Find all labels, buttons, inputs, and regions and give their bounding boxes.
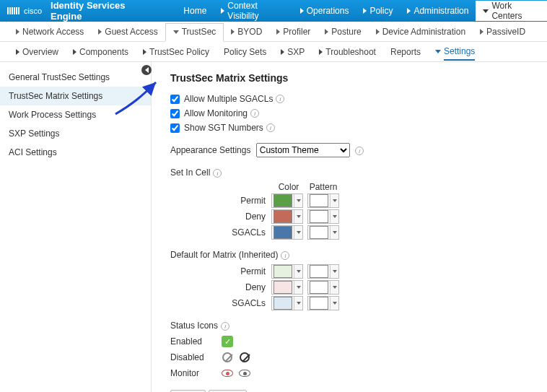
info-icon[interactable]: i [250, 109, 259, 118]
settings-sidebar: General TrustSec Settings TrustSec Matri… [0, 62, 152, 392]
app-title: Identity Services Engine [48, 0, 156, 22]
allow-monitoring-label: Allow Monitoring [184, 108, 248, 118]
deny-pattern-picker[interactable] [307, 209, 339, 224]
vendor-name: cisco [24, 6, 42, 15]
sidebar-item-matrix[interactable]: TrustSec Matrix Settings [0, 87, 151, 105]
tab-sxp[interactable]: SXP [274, 47, 312, 57]
status-icons-grid: Enabled ✓ Disabled Monitor [170, 335, 533, 380]
allow-multiple-sgacls-checkbox[interactable] [170, 95, 180, 104]
nav-context-visibility[interactable]: Context Visibility [214, 1, 292, 21]
content-area: General TrustSec Settings TrustSec Matri… [0, 62, 547, 392]
cisco-logo: cisco [0, 6, 48, 15]
tab-troubleshoot[interactable]: Troubleshoot [312, 47, 383, 57]
subnav-guest-access[interactable]: Guest Access [91, 22, 165, 41]
subnav-device-admin[interactable]: Device Administration [369, 22, 473, 41]
trustsec-subnav: Overview Components TrustSec Policy Poli… [0, 42, 547, 62]
eye-icon [221, 367, 234, 380]
default-permit-row: Permit [170, 264, 533, 279]
work-centers-subnav: Network Access Guest Access TrustSec BYO… [0, 22, 547, 42]
tab-reports[interactable]: Reports [383, 47, 428, 57]
default-permit-color-picker[interactable] [271, 264, 303, 279]
default-permit-pattern-picker[interactable] [307, 264, 339, 279]
sidebar-item-aci[interactable]: ACI Settings [0, 143, 151, 162]
nav-operations[interactable]: Operations [293, 1, 356, 21]
deny-color-picker[interactable] [271, 209, 303, 224]
main-panel: TrustSec Matrix Settings Allow Multiple … [152, 62, 547, 392]
default-deny-row: Deny [170, 280, 533, 295]
default-sgacls-row: SGACLs [170, 296, 533, 310]
permit-color-picker[interactable] [271, 193, 303, 208]
tab-settings[interactable]: Settings [428, 46, 482, 58]
subnav-network-access[interactable]: Network Access [9, 22, 91, 41]
allow-monitoring-row: Allow Monitoring i [170, 108, 533, 118]
main-nav: Home Context Visibility Operations Polic… [176, 1, 547, 21]
info-icon[interactable]: i [355, 147, 364, 155]
col-pattern: Pattern [306, 182, 341, 192]
page-title: TrustSec Matrix Settings [170, 72, 533, 84]
deny-row: Deny [170, 209, 533, 224]
subnav-posture[interactable]: Posture [318, 22, 368, 41]
appearance-select[interactable]: Custom Theme [256, 143, 350, 157]
nav-administration[interactable]: Administration [400, 1, 476, 21]
disabled-icon [221, 351, 234, 364]
default-matrix-table: Permit Deny SGACLs [170, 264, 533, 310]
set-in-cell-label: Set In Celli [170, 167, 533, 178]
default-matrix-label: Default for Matrix (Inherited)i [170, 250, 533, 260]
status-enabled-row: Enabled ✓ [170, 335, 533, 348]
info-icon[interactable]: i [281, 251, 289, 260]
sgacls-pattern-picker[interactable] [307, 225, 339, 240]
allow-monitoring-checkbox[interactable] [170, 109, 180, 118]
info-icon[interactable]: i [221, 322, 229, 331]
show-sgt-label: Show SGT Numbers [184, 123, 263, 133]
status-disabled-row: Disabled [170, 351, 533, 364]
allow-multiple-row: Allow Multiple SGACLs i [170, 94, 533, 104]
tab-trustsec-policy[interactable]: TrustSec Policy [136, 47, 216, 57]
sgacls-color-picker[interactable] [271, 225, 303, 240]
default-deny-pattern-picker[interactable] [307, 280, 339, 295]
default-sgacls-color-picker[interactable] [271, 296, 303, 310]
permit-pattern-picker[interactable] [307, 193, 339, 208]
info-icon[interactable]: i [266, 123, 275, 132]
appearance-label: Appearance Settings [170, 145, 250, 155]
nav-home[interactable]: Home [176, 1, 214, 21]
sidebar-item-general[interactable]: General TrustSec Settings [0, 68, 151, 87]
status-monitor-row: Monitor [170, 367, 533, 380]
col-color: Color [271, 182, 306, 192]
subnav-trustsec[interactable]: TrustSec [165, 23, 224, 42]
check-icon: ✓ [221, 335, 234, 348]
default-deny-color-picker[interactable] [271, 280, 303, 295]
nav-work-centers[interactable]: Work Centers [476, 1, 547, 21]
nav-policy[interactable]: Policy [356, 1, 400, 21]
eye-icon-grey [238, 367, 251, 380]
sidebar-collapse-button[interactable] [141, 65, 152, 75]
show-sgt-row: Show SGT Numbers i [170, 123, 533, 133]
permit-row: Permit [170, 193, 533, 208]
set-in-cell-table: Color Pattern Permit Deny SGACLs [170, 182, 533, 240]
disabled-icon-dark [238, 351, 251, 364]
subnav-byod[interactable]: BYOD [224, 22, 269, 41]
tab-overview[interactable]: Overview [9, 47, 66, 57]
show-sgt-numbers-checkbox[interactable] [170, 123, 180, 133]
tab-components[interactable]: Components [66, 47, 136, 57]
allow-multiple-label: Allow Multiple SGACLs [184, 94, 273, 104]
top-header: cisco Identity Services Engine Home Cont… [0, 0, 547, 22]
sgacls-row: SGACLs [170, 225, 533, 240]
subnav-profiler[interactable]: Profiler [269, 22, 318, 41]
status-icons-label: Status Iconsi [170, 321, 533, 331]
info-icon[interactable]: i [213, 169, 222, 178]
appearance-row: Appearance Settings Custom Theme i [170, 143, 533, 157]
tab-policy-sets[interactable]: Policy Sets [216, 47, 274, 57]
sidebar-item-work-process[interactable]: Work Process Settings [0, 105, 151, 124]
info-icon[interactable]: i [276, 95, 284, 103]
subnav-passiveid[interactable]: PassiveID [473, 22, 533, 41]
sidebar-item-sxp[interactable]: SXP Settings [0, 124, 151, 143]
default-sgacls-pattern-picker[interactable] [307, 296, 339, 310]
